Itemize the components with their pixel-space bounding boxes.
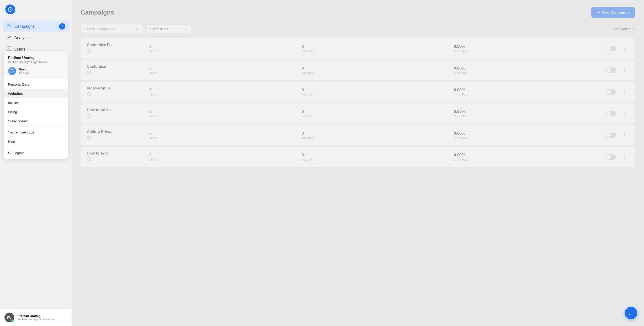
online-indicator	[12, 320, 14, 322]
search-box[interactable]	[80, 24, 143, 34]
sort-chevron-icon	[632, 27, 635, 31]
campaign-more-button[interactable]: ⋮	[620, 132, 629, 139]
search-input[interactable]	[84, 27, 133, 31]
campaign-toggle[interactable]	[606, 111, 616, 116]
logout-icon: ⏻	[8, 151, 12, 155]
campaign-card: Customize P... 0 Views 0 Interaction 0.	[80, 38, 635, 58]
campaign-conv-rate: 0.00% Conv. Rate	[454, 44, 602, 53]
sidebar-item-campaigns[interactable]: Campaigns 7	[3, 20, 69, 32]
campaign-toggle[interactable]	[606, 154, 616, 160]
campaign-toggle[interactable]	[606, 68, 616, 73]
campaign-card: Adding Priva... 0 Views 0 Interaction 0	[80, 125, 635, 145]
campaign-title: Customize P...	[87, 43, 145, 47]
user-plan: Basic 15 views	[8, 67, 64, 75]
campaign-list: Customize P... 0 Views 0 Interaction 0.	[80, 38, 635, 168]
campaign-conv-rate: 0.00% Conv. Rate	[454, 153, 602, 161]
campaign-conv-rate: 0.00% Conv. Rate	[454, 131, 602, 140]
menu-item-logout[interactable]: ⏻ Logout	[4, 148, 68, 158]
dropdown-header: Perihan Uramış Perihan Uramış's Organiza…	[4, 52, 68, 78]
sidebar-item-campaigns-label: Campaigns	[14, 24, 35, 29]
campaign-interaction: 0 Interaction	[302, 109, 450, 118]
dropdown-user-name: Perihan Uramış	[8, 56, 64, 60]
campaign-name-section: Video Popup	[87, 86, 145, 98]
campaign-more-button[interactable]: ⋮	[620, 45, 629, 52]
campaign-conv-rate: 0.00% Conv. Rate	[454, 66, 602, 74]
search-icon	[135, 26, 139, 31]
svg-line-6	[138, 29, 139, 30]
campaign-card: How to Add 0 Views 0 Interaction 0.00%	[80, 147, 635, 167]
campaign-name-section: Customize	[87, 64, 145, 76]
campaign-name-section: Customize P...	[87, 43, 145, 54]
campaign-conv-rate: 0.00% Conv. Rate	[454, 88, 602, 96]
menu-item-subaccounts[interactable]: Subaccounts	[4, 116, 68, 126]
campaign-title: Video Popup	[87, 86, 145, 90]
menu-item-help[interactable]: Help	[4, 137, 68, 146]
toolbar: Select items Last added	[80, 24, 635, 34]
campaign-interaction: 0 Interaction	[302, 153, 450, 161]
chevron-down-icon	[184, 27, 187, 31]
analytics-icon	[6, 35, 12, 41]
menu-item-invoices[interactable]: Invoices	[4, 98, 68, 107]
chat-button[interactable]	[625, 307, 637, 319]
sidebar-item-analytics[interactable]: Analytics	[3, 32, 69, 44]
menu-item-billing[interactable]: Billing	[4, 107, 68, 116]
sort-label-text: Last added	[614, 27, 630, 31]
sidebar-logo	[0, 0, 72, 19]
campaign-views: 0 Views	[149, 131, 297, 140]
plan-name: Basic	[19, 68, 29, 71]
app-logo[interactable]	[5, 4, 15, 14]
campaigns-badge: 7	[59, 23, 65, 30]
sidebar: Campaigns 7 Analytics Leads	[0, 0, 72, 326]
plan-avatar	[8, 67, 16, 75]
sidebar-item-leads-label: Leads	[14, 47, 25, 52]
campaign-toggle[interactable]	[606, 132, 616, 138]
campaign-title: Customize	[87, 64, 145, 69]
select-items-label: Select items	[150, 27, 168, 31]
select-items-dropdown[interactable]: Select items	[146, 24, 191, 33]
globe-icon	[87, 50, 91, 54]
globe-icon	[87, 93, 91, 97]
campaign-title: How to Add ...	[87, 108, 145, 112]
campaign-name-section: Adding Priva...	[87, 130, 145, 141]
bottom-user-org: Perihan Uramış's Organization	[18, 318, 54, 321]
campaign-more-button[interactable]: ⋮	[620, 88, 629, 96]
logout-label: Logout	[14, 151, 24, 155]
campaign-card: How to Add ... 0 Views 0 Interaction 0.	[80, 103, 635, 124]
menu-item-websites[interactable]: Websites	[4, 89, 68, 98]
campaign-toggle[interactable]	[606, 46, 616, 51]
dropdown-menu: Personal Data Websites Invoices Billing …	[4, 78, 68, 159]
user-bottom-card[interactable]: PU Perihan Uramış Perihan Uramış's Organ…	[0, 309, 72, 326]
campaign-more-button[interactable]: ⋮	[620, 153, 629, 161]
globe-icon	[87, 158, 91, 162]
main-content: Campaigns + New Campaign Select items	[72, 0, 644, 326]
campaign-toggle[interactable]	[606, 89, 616, 94]
campaign-card: Video Popup 0 Views 0 Interaction 0.00%	[80, 82, 635, 102]
page-header: Campaigns + New Campaign	[80, 7, 635, 18]
campaign-views: 0 Views	[149, 153, 297, 161]
globe-icon	[87, 71, 91, 76]
user-dropdown: Perihan Uramış Perihan Uramış's Organiza…	[4, 52, 68, 159]
menu-item-embed-code[interactable]: Your embed code	[4, 128, 68, 137]
campaign-card: Customize 0 Views 0 Interaction 0.00%	[80, 60, 635, 80]
user-initials: PU	[7, 316, 12, 319]
campaign-more-button[interactable]: ⋮	[620, 66, 629, 74]
svg-point-1	[10, 9, 11, 10]
sort-dropdown[interactable]: Last added	[614, 27, 635, 31]
campaign-views: 0 Views	[149, 109, 297, 118]
campaign-title: How to Add	[87, 151, 145, 156]
menu-item-personal-data[interactable]: Personal Data	[4, 80, 68, 89]
new-campaign-icon: +	[598, 10, 600, 15]
new-campaign-label: New Campaign	[602, 10, 629, 15]
campaign-views: 0 Views	[149, 88, 297, 96]
campaign-interaction: 0 Interaction	[302, 88, 450, 96]
campaigns-icon	[6, 24, 12, 30]
campaign-views: 0 Views	[149, 44, 297, 53]
campaign-interaction: 0 Interaction	[302, 66, 450, 74]
globe-icon	[87, 114, 91, 119]
new-campaign-button[interactable]: + New Campaign	[591, 7, 635, 18]
campaign-name-section: How to Add	[87, 151, 145, 162]
page-title: Campaigns	[80, 9, 114, 16]
campaign-interaction: 0 Interaction	[302, 131, 450, 140]
campaign-more-button[interactable]: ⋮	[620, 110, 629, 118]
plan-info: Basic 15 views	[19, 68, 29, 74]
